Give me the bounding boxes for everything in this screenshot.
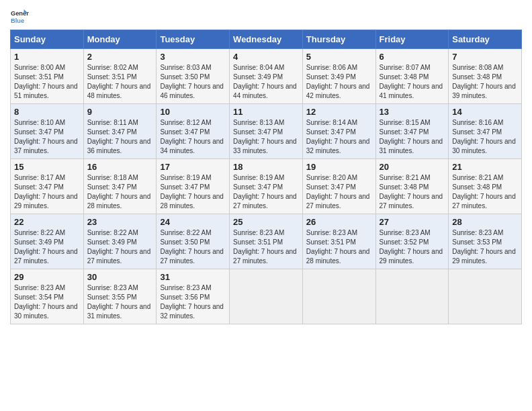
day-info: Sunrise: 8:13 AMSunset: 3:47 PMDaylight:… [233,119,297,154]
day-info: Sunrise: 8:11 AMSunset: 3:47 PMDaylight:… [87,119,151,154]
day-number: 27 [380,217,445,227]
col-wednesday: Wednesday [230,30,303,49]
day-info: Sunrise: 8:23 AMSunset: 3:51 PMDaylight:… [306,229,370,265]
calendar-cell: 24Sunrise: 8:22 AMSunset: 3:50 PMDayligh… [157,214,230,269]
day-info: Sunrise: 8:04 AMSunset: 3:49 PMDaylight:… [233,64,297,99]
day-number: 3 [160,52,226,62]
logo: General Blue [10,7,29,26]
calendar-cell [375,269,449,324]
day-number: 28 [452,217,518,227]
day-number: 8 [14,107,80,117]
day-info: Sunrise: 8:22 AMSunset: 3:50 PMDaylight:… [160,229,224,265]
day-number: 22 [14,217,80,227]
day-number: 17 [160,162,226,172]
svg-text:General: General [11,10,29,17]
calendar-cell: 15Sunrise: 8:17 AMSunset: 3:47 PMDayligh… [11,159,84,214]
calendar-cell: 31Sunrise: 8:23 AMSunset: 3:56 PMDayligh… [157,269,230,324]
day-number: 23 [87,217,153,227]
col-thursday: Thursday [302,30,375,49]
header: General Blue [10,7,522,26]
day-info: Sunrise: 8:16 AMSunset: 3:47 PMDaylight:… [452,119,516,154]
col-tuesday: Tuesday [157,30,230,49]
day-info: Sunrise: 8:23 AMSunset: 3:55 PMDaylight:… [87,284,151,320]
day-info: Sunrise: 8:20 AMSunset: 3:47 PMDaylight:… [306,174,370,210]
calendar-cell: 7Sunrise: 8:08 AMSunset: 3:48 PMDaylight… [449,49,522,104]
calendar-cell: 5Sunrise: 8:06 AMSunset: 3:49 PMDaylight… [302,49,375,104]
day-info: Sunrise: 8:19 AMSunset: 3:47 PMDaylight:… [233,174,297,210]
calendar-cell: 27Sunrise: 8:23 AMSunset: 3:52 PMDayligh… [375,214,449,269]
day-number: 14 [452,107,518,117]
calendar-header: Sunday Monday Tuesday Wednesday Thursday… [11,30,522,49]
day-info: Sunrise: 8:21 AMSunset: 3:48 PMDaylight:… [452,174,516,210]
day-info: Sunrise: 8:10 AMSunset: 3:47 PMDaylight:… [14,119,78,154]
day-number: 15 [14,162,80,172]
day-number: 4 [233,52,299,62]
calendar-cell: 6Sunrise: 8:07 AMSunset: 3:48 PMDaylight… [375,49,449,104]
day-number: 12 [306,107,372,117]
day-number: 24 [160,217,226,227]
logo-icon: General Blue [10,7,29,26]
calendar-cell: 2Sunrise: 8:02 AMSunset: 3:51 PMDaylight… [83,49,157,104]
day-number: 2 [87,52,153,62]
calendar-cell: 12Sunrise: 8:14 AMSunset: 3:47 PMDayligh… [302,104,375,159]
day-info: Sunrise: 8:14 AMSunset: 3:47 PMDaylight:… [306,119,370,154]
calendar-cell [302,269,375,324]
day-number: 30 [87,272,153,282]
col-saturday: Saturday [449,30,522,49]
calendar-cell: 18Sunrise: 8:19 AMSunset: 3:47 PMDayligh… [230,159,303,214]
calendar-cell: 11Sunrise: 8:13 AMSunset: 3:47 PMDayligh… [230,104,303,159]
calendar-week-row: 22Sunrise: 8:22 AMSunset: 3:49 PMDayligh… [11,214,522,269]
day-number: 19 [306,162,372,172]
day-number: 21 [452,162,518,172]
day-info: Sunrise: 8:22 AMSunset: 3:49 PMDaylight:… [87,229,151,265]
day-number: 26 [306,217,372,227]
day-info: Sunrise: 8:19 AMSunset: 3:47 PMDaylight:… [160,174,224,210]
day-number: 25 [233,217,299,227]
day-info: Sunrise: 8:23 AMSunset: 3:51 PMDaylight:… [233,229,297,265]
day-info: Sunrise: 8:23 AMSunset: 3:53 PMDaylight:… [452,229,516,265]
day-number: 18 [233,162,299,172]
day-number: 13 [380,107,445,117]
day-info: Sunrise: 8:03 AMSunset: 3:50 PMDaylight:… [160,64,224,99]
calendar-cell: 3Sunrise: 8:03 AMSunset: 3:50 PMDaylight… [157,49,230,104]
day-number: 7 [452,52,518,62]
calendar-cell: 19Sunrise: 8:20 AMSunset: 3:47 PMDayligh… [302,159,375,214]
col-monday: Monday [83,30,157,49]
calendar-cell: 4Sunrise: 8:04 AMSunset: 3:49 PMDaylight… [230,49,303,104]
col-sunday: Sunday [11,30,84,49]
calendar-cell: 10Sunrise: 8:12 AMSunset: 3:47 PMDayligh… [157,104,230,159]
calendar-cell: 22Sunrise: 8:22 AMSunset: 3:49 PMDayligh… [11,214,84,269]
day-info: Sunrise: 8:02 AMSunset: 3:51 PMDaylight:… [87,64,151,99]
calendar-cell: 28Sunrise: 8:23 AMSunset: 3:53 PMDayligh… [449,214,522,269]
day-info: Sunrise: 8:08 AMSunset: 3:48 PMDaylight:… [452,64,516,99]
calendar-cell: 29Sunrise: 8:23 AMSunset: 3:54 PMDayligh… [11,269,84,324]
calendar-cell [230,269,303,324]
calendar-cell: 26Sunrise: 8:23 AMSunset: 3:51 PMDayligh… [302,214,375,269]
day-info: Sunrise: 8:23 AMSunset: 3:52 PMDaylight:… [380,229,443,265]
calendar-body: 1Sunrise: 8:00 AMSunset: 3:51 PMDaylight… [11,49,522,324]
day-info: Sunrise: 8:21 AMSunset: 3:48 PMDaylight:… [380,174,443,210]
calendar-week-row: 15Sunrise: 8:17 AMSunset: 3:47 PMDayligh… [11,159,522,214]
calendar-cell: 20Sunrise: 8:21 AMSunset: 3:48 PMDayligh… [375,159,449,214]
calendar-cell: 1Sunrise: 8:00 AMSunset: 3:51 PMDaylight… [11,49,84,104]
calendar-cell: 13Sunrise: 8:15 AMSunset: 3:47 PMDayligh… [375,104,449,159]
day-info: Sunrise: 8:22 AMSunset: 3:49 PMDaylight:… [14,229,78,265]
calendar-cell: 14Sunrise: 8:16 AMSunset: 3:47 PMDayligh… [449,104,522,159]
day-number: 29 [14,272,80,282]
day-number: 1 [14,52,80,62]
calendar-week-row: 8Sunrise: 8:10 AMSunset: 3:47 PMDaylight… [11,104,522,159]
calendar-cell: 8Sunrise: 8:10 AMSunset: 3:47 PMDaylight… [11,104,84,159]
calendar-cell: 21Sunrise: 8:21 AMSunset: 3:48 PMDayligh… [449,159,522,214]
calendar-cell: 25Sunrise: 8:23 AMSunset: 3:51 PMDayligh… [230,214,303,269]
day-number: 5 [306,52,372,62]
day-number: 31 [160,272,226,282]
calendar-week-row: 29Sunrise: 8:23 AMSunset: 3:54 PMDayligh… [11,269,522,324]
day-number: 6 [380,52,445,62]
day-info: Sunrise: 8:06 AMSunset: 3:49 PMDaylight:… [306,64,370,99]
day-number: 11 [233,107,299,117]
day-info: Sunrise: 8:18 AMSunset: 3:47 PMDaylight:… [87,174,151,210]
day-number: 9 [87,107,153,117]
calendar-cell [449,269,522,324]
day-info: Sunrise: 8:23 AMSunset: 3:54 PMDaylight:… [14,284,78,320]
day-number: 20 [380,162,445,172]
